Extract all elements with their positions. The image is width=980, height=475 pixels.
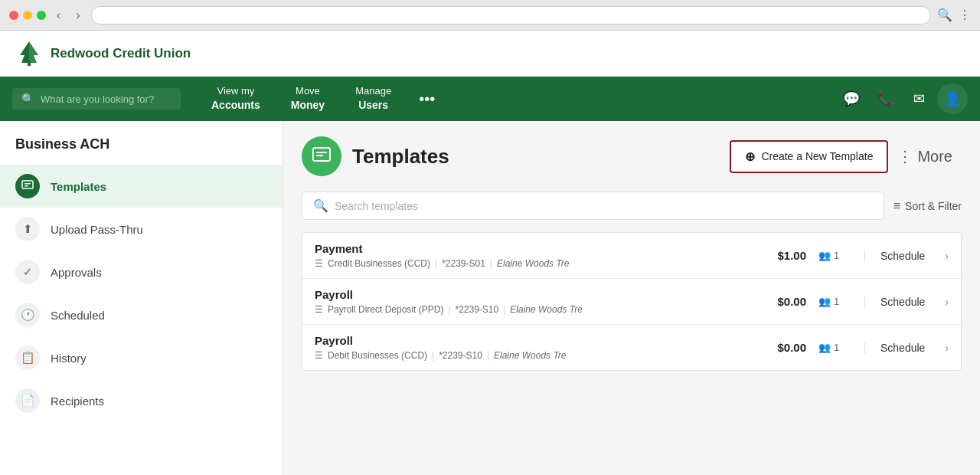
create-template-button[interactable]: ⊕ Create a New Template bbox=[730, 140, 888, 173]
template-name: Payroll bbox=[315, 334, 777, 347]
template-owner: Elaine Woods Tre bbox=[494, 350, 566, 361]
template-meta: ☰ Debit Businesses (CCD) | *2239-S10 | E… bbox=[315, 350, 777, 361]
list-icon: ☰ bbox=[315, 350, 323, 361]
template-amount: $0.00 bbox=[777, 341, 806, 354]
schedule-button[interactable]: Schedule › bbox=[864, 342, 949, 354]
svg-rect-3 bbox=[22, 181, 33, 188]
template-users: 👥 1 bbox=[818, 342, 849, 353]
svg-rect-6 bbox=[313, 148, 330, 161]
schedule-label: Schedule bbox=[880, 342, 925, 354]
svg-rect-7 bbox=[316, 152, 327, 153]
app: Redwood Credit Union 🔍 View my Accounts … bbox=[0, 31, 980, 475]
list-icon: ☰ bbox=[315, 258, 323, 269]
sidebar-item-recipients[interactable]: 📄 Recipients bbox=[0, 379, 283, 422]
url-bar[interactable] bbox=[91, 6, 931, 25]
svg-rect-5 bbox=[24, 185, 28, 187]
search-templates-box[interactable]: 🔍 bbox=[302, 192, 884, 220]
approvals-icon: ✓ bbox=[15, 260, 40, 284]
table-row: Payroll ☰ Payroll Direct Deposit (PPD) |… bbox=[302, 279, 961, 325]
template-users: 👥 1 bbox=[818, 296, 849, 307]
template-type: Payroll Direct Deposit (PPD) bbox=[328, 304, 443, 315]
sort-filter-button[interactable]: ≡ Sort & Filter bbox=[893, 199, 962, 213]
more-options-button[interactable]: ⋮ More bbox=[888, 141, 962, 172]
template-owner: Elaine Woods Tre bbox=[510, 304, 582, 315]
template-info: Payroll ☰ Debit Businesses (CCD) | *2239… bbox=[315, 334, 777, 361]
template-type: Credit Businesses (CCD) bbox=[328, 258, 430, 269]
template-account: *2239-S10 bbox=[456, 304, 499, 315]
template-account: *2239-S10 bbox=[439, 350, 482, 361]
nav-item-accounts-label: Accounts bbox=[211, 98, 260, 113]
filter-row: 🔍 ≡ Sort & Filter bbox=[302, 192, 962, 220]
sidebar-item-upload-label: Upload Pass-Thru bbox=[51, 223, 143, 236]
nav-item-money-label: Money bbox=[291, 98, 325, 113]
svg-marker-1 bbox=[29, 41, 38, 63]
profile-icon-button[interactable]: 👤 bbox=[937, 84, 968, 114]
nav-items: View my Accounts Move Money Manage Users… bbox=[196, 78, 836, 120]
sidebar-item-upload[interactable]: ⬆ Upload Pass-Thru bbox=[0, 208, 283, 251]
browser-chrome: ‹ › 🔍 ⋮ bbox=[0, 0, 980, 31]
upload-icon: ⬆ bbox=[15, 217, 40, 241]
sidebar-item-templates-label: Templates bbox=[51, 180, 106, 193]
schedule-button[interactable]: Schedule › bbox=[864, 296, 949, 308]
sidebar-item-approvals-label: Approvals bbox=[51, 266, 102, 279]
template-name: Payment bbox=[315, 242, 777, 255]
sidebar-item-recipients-label: Recipients bbox=[51, 395, 104, 408]
mail-icon-button[interactable]: ✉ bbox=[903, 84, 934, 114]
template-account: *2239-S01 bbox=[442, 258, 485, 269]
template-info: Payroll ☰ Payroll Direct Deposit (PPD) |… bbox=[315, 288, 777, 315]
table-row: Payment ☰ Credit Businesses (CCD) | *223… bbox=[302, 233, 961, 279]
nav-item-manage-users[interactable]: Manage Users bbox=[340, 78, 407, 120]
users-icon: 👥 bbox=[818, 342, 831, 353]
search-templates-icon: 🔍 bbox=[313, 198, 328, 213]
kebab-icon: ⋮ bbox=[897, 147, 913, 165]
nav-search-box[interactable]: 🔍 bbox=[12, 88, 181, 110]
page-title: Templates bbox=[352, 145, 730, 169]
nav-icons: 💬 📞 ✉ 👤 bbox=[836, 84, 968, 114]
nav-item-users-label: Users bbox=[358, 98, 388, 113]
scheduled-icon: 🕐 bbox=[15, 303, 40, 327]
sidebar-item-history[interactable]: 📋 History bbox=[0, 336, 283, 379]
template-users: 👥 1 bbox=[818, 250, 849, 261]
template-owner: Elaine Woods Tre bbox=[497, 258, 569, 269]
phone-icon-button[interactable]: 📞 bbox=[870, 84, 900, 114]
nav-more-button[interactable]: ••• bbox=[407, 84, 447, 114]
nav-search-icon: 🔍 bbox=[21, 93, 34, 105]
svg-rect-8 bbox=[316, 155, 323, 156]
sort-filter-label: Sort & Filter bbox=[905, 200, 962, 212]
create-plus-icon: ⊕ bbox=[745, 149, 755, 164]
list-icon: ☰ bbox=[315, 304, 323, 315]
logo-area: Redwood Credit Union bbox=[15, 40, 191, 67]
schedule-label: Schedule bbox=[880, 250, 925, 262]
schedule-label: Schedule bbox=[880, 296, 925, 308]
template-name: Payroll bbox=[315, 288, 777, 301]
back-button[interactable]: ‹ bbox=[52, 7, 65, 24]
schedule-button[interactable]: Schedule › bbox=[864, 250, 949, 262]
sidebar-title: Business ACH bbox=[0, 136, 283, 165]
nav-search-input[interactable] bbox=[41, 93, 172, 105]
sidebar: Business ACH Templates ⬆ Upload Pass-Thr… bbox=[0, 121, 283, 475]
svg-marker-0 bbox=[20, 41, 29, 63]
sidebar-item-templates[interactable]: Templates bbox=[0, 165, 283, 208]
sort-icon: ≡ bbox=[893, 199, 900, 213]
content-header: Templates ⊕ Create a New Template ⋮ More bbox=[302, 136, 962, 176]
users-count: 1 bbox=[834, 296, 839, 307]
nav-item-view-accounts[interactable]: View my Accounts bbox=[196, 78, 276, 120]
sidebar-item-scheduled[interactable]: 🕐 Scheduled bbox=[0, 293, 283, 336]
forward-button[interactable]: › bbox=[71, 7, 84, 24]
sidebar-item-approvals[interactable]: ✓ Approvals bbox=[0, 251, 283, 293]
chevron-right-icon: › bbox=[945, 296, 949, 308]
logo-icon bbox=[15, 40, 43, 67]
chat-icon-button[interactable]: 💬 bbox=[836, 84, 867, 114]
close-button[interactable] bbox=[9, 11, 18, 20]
browser-menu-icon[interactable]: ⋮ bbox=[959, 8, 971, 22]
search-templates-input[interactable] bbox=[335, 200, 873, 212]
browser-search-icon[interactable]: 🔍 bbox=[937, 8, 952, 22]
chevron-right-icon: › bbox=[945, 342, 949, 354]
users-icon: 👥 bbox=[818, 250, 831, 261]
nav-item-move-money[interactable]: Move Money bbox=[276, 78, 340, 120]
traffic-lights bbox=[9, 11, 46, 20]
template-amount: $1.00 bbox=[777, 249, 806, 262]
svg-rect-2 bbox=[28, 61, 31, 66]
maximize-button[interactable] bbox=[37, 11, 46, 20]
minimize-button[interactable] bbox=[23, 11, 32, 20]
